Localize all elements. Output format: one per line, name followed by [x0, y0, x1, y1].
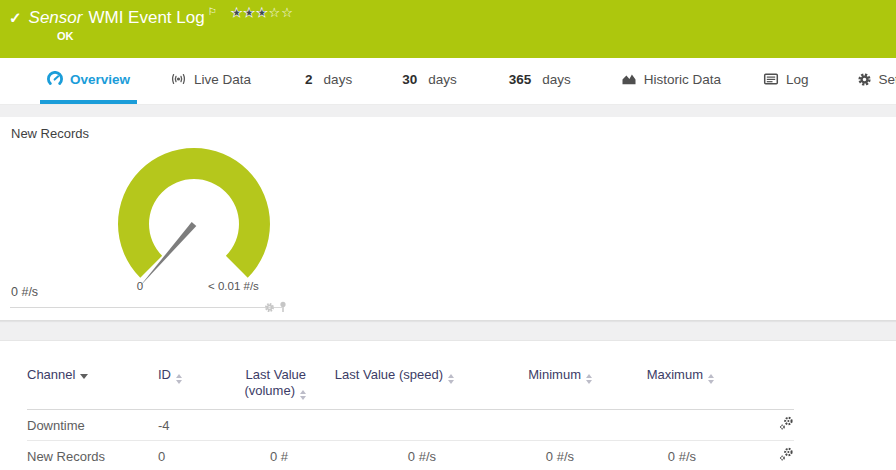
- tab-settings-label: Settings: [879, 72, 896, 87]
- sort-both-icon: [448, 374, 454, 384]
- cell-minimum: 0 #/s: [454, 441, 592, 470]
- column-header-last-value-volume[interactable]: Last Value (volume): [218, 367, 306, 410]
- live-broadcast-icon: [170, 71, 187, 87]
- gauge-arc: [118, 148, 270, 278]
- column-header-actions: [714, 367, 794, 410]
- cell-channel: Downtime: [27, 410, 158, 441]
- tab-30-days[interactable]: 30 days: [395, 58, 464, 104]
- tab-2-days-number: 2: [305, 72, 313, 87]
- column-header-id-label: ID: [158, 367, 171, 382]
- cell-last-value-speed: [306, 410, 454, 441]
- flag-icon[interactable]: ⚐: [208, 1, 217, 23]
- gear-icon[interactable]: [264, 299, 275, 317]
- gears-edit-icon[interactable]: [779, 419, 794, 434]
- object-kind-label: Sensor: [29, 7, 83, 29]
- sort-both-icon: [708, 374, 714, 384]
- gauge-baseline: [10, 307, 282, 308]
- log-list-icon: [763, 71, 779, 87]
- tab-2-days[interactable]: 2 days: [298, 58, 359, 104]
- tab-log-label: Log: [786, 72, 809, 87]
- tab-365-days-unit: days: [542, 72, 571, 87]
- table-row-downtime: Downtime -4: [27, 410, 794, 441]
- priority-stars[interactable]: ★★★☆☆: [231, 2, 294, 24]
- channel-table: Channel ID Last Value (volume) Last Valu…: [27, 367, 794, 470]
- gauge-chart: [99, 144, 289, 294]
- sensor-title: WMI Event Log: [88, 7, 204, 29]
- tab-overview-label: Overview: [70, 72, 130, 87]
- gauge-scale-max: < 0.01 #/s: [208, 280, 259, 292]
- tab-30-days-unit: days: [428, 72, 457, 87]
- sort-both-icon: [300, 390, 306, 400]
- cell-maximum: [592, 410, 714, 441]
- column-header-minimum[interactable]: Minimum: [454, 367, 592, 410]
- channel-table-panel: Channel ID Last Value (volume) Last Valu…: [0, 340, 896, 470]
- column-header-maximum[interactable]: Maximum: [592, 367, 714, 410]
- tab-log[interactable]: Log: [756, 58, 816, 104]
- cell-id: 0: [158, 441, 218, 470]
- prtg-sensor-page: ✓ Sensor WMI Event Log ⚐ ★★★☆☆ OK Overvi…: [0, 0, 896, 470]
- tab-settings[interactable]: Settings: [850, 58, 896, 104]
- sort-both-icon: [176, 374, 182, 384]
- tab-overview[interactable]: Overview: [40, 58, 137, 104]
- column-header-id[interactable]: ID: [158, 367, 218, 410]
- cell-channel: New Records: [27, 441, 158, 470]
- gears-edit-icon[interactable]: [779, 450, 794, 465]
- column-header-maximum-label: Maximum: [647, 367, 703, 382]
- tab-live-data-label: Live Data: [194, 72, 251, 87]
- column-header-channel[interactable]: Channel: [27, 367, 158, 410]
- gauge-icon: [47, 71, 63, 87]
- cell-last-value-volume: [218, 410, 306, 441]
- gear-icon: [857, 72, 872, 87]
- channel-gauge-panel: New Records 0 < 0.01 #/s 0 #/s: [0, 117, 896, 321]
- sensor-status-banner: ✓ Sensor WMI Event Log ⚐ ★★★☆☆ OK: [0, 0, 896, 58]
- gauge-panel-title: New Records: [11, 126, 89, 141]
- table-header-row: Channel ID Last Value (volume) Last Valu…: [27, 367, 794, 410]
- column-header-minimum-label: Minimum: [528, 367, 581, 382]
- table-row-new-records: New Records 0 0 # 0 #/s 0 #/s 0 #/s: [27, 441, 794, 470]
- cell-id: -4: [158, 410, 218, 441]
- gauge-axis-label: 0 #/s: [11, 285, 38, 299]
- tab-live-data[interactable]: Live Data: [163, 58, 258, 104]
- column-header-last-value-speed-label: Last Value (speed): [335, 367, 443, 382]
- column-header-last-value-volume-label: Last Value (volume): [244, 367, 306, 398]
- status-badge: OK: [57, 30, 896, 42]
- area-chart-icon: [621, 71, 637, 87]
- priority-stars-empty[interactable]: ☆☆: [269, 5, 294, 20]
- cell-last-value-speed: 0 #/s: [306, 441, 454, 470]
- tab-2-days-unit: days: [324, 72, 353, 87]
- column-header-channel-label: Channel: [27, 367, 75, 382]
- sensor-tab-bar: Overview Live Data 2 days 30 days 365 da…: [0, 58, 896, 105]
- tab-historic-data[interactable]: Historic Data: [614, 58, 728, 104]
- cell-maximum: 0 #/s: [592, 441, 714, 470]
- column-header-last-value-speed[interactable]: Last Value (speed): [306, 367, 454, 410]
- cell-minimum: [454, 410, 592, 441]
- status-check-icon: ✓: [9, 7, 22, 29]
- pin-icon[interactable]: [278, 299, 288, 317]
- cell-last-value-volume: 0 #: [218, 441, 306, 470]
- tab-30-days-number: 30: [402, 72, 417, 87]
- sort-desc-icon: [80, 374, 88, 379]
- priority-stars-filled[interactable]: ★★★: [231, 5, 269, 20]
- tab-365-days-number: 365: [509, 72, 532, 87]
- sort-both-icon: [586, 374, 592, 384]
- gauge-scale-min: 0: [128, 280, 152, 292]
- tab-365-days[interactable]: 365 days: [502, 58, 578, 104]
- tab-historic-data-label: Historic Data: [644, 72, 721, 87]
